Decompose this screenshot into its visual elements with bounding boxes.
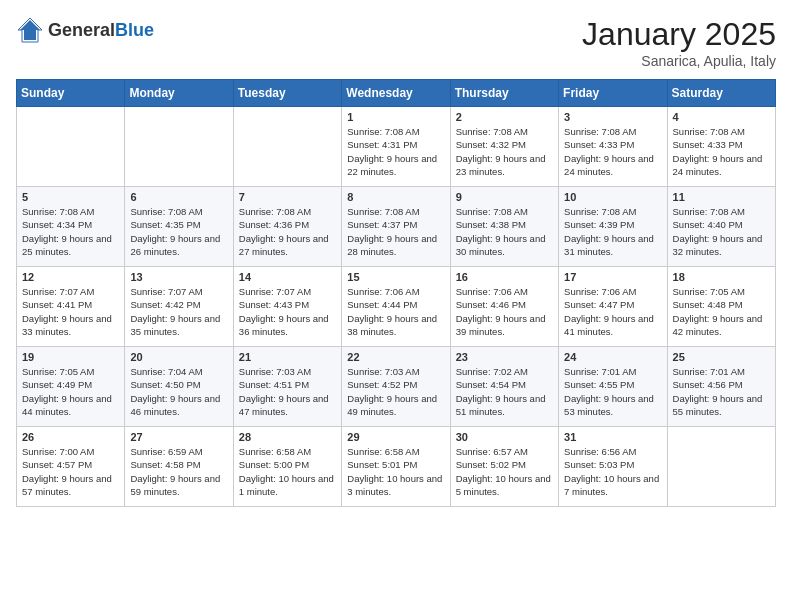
day-info: Sunrise: 7:00 AM Sunset: 4:57 PM Dayligh… bbox=[22, 445, 119, 498]
day-info: Sunrise: 7:08 AM Sunset: 4:40 PM Dayligh… bbox=[673, 205, 770, 258]
day-number: 24 bbox=[564, 351, 661, 363]
day-number: 23 bbox=[456, 351, 553, 363]
day-info: Sunrise: 7:03 AM Sunset: 4:51 PM Dayligh… bbox=[239, 365, 336, 418]
day-number: 3 bbox=[564, 111, 661, 123]
calendar-cell: 6Sunrise: 7:08 AM Sunset: 4:35 PM Daylig… bbox=[125, 187, 233, 267]
day-number: 6 bbox=[130, 191, 227, 203]
day-header-wednesday: Wednesday bbox=[342, 80, 450, 107]
day-info: Sunrise: 7:06 AM Sunset: 4:44 PM Dayligh… bbox=[347, 285, 444, 338]
calendar-cell: 24Sunrise: 7:01 AM Sunset: 4:55 PM Dayli… bbox=[559, 347, 667, 427]
calendar-cell: 27Sunrise: 6:59 AM Sunset: 4:58 PM Dayli… bbox=[125, 427, 233, 507]
logo: General Blue bbox=[16, 16, 154, 44]
calendar-cell: 11Sunrise: 7:08 AM Sunset: 4:40 PM Dayli… bbox=[667, 187, 775, 267]
day-number: 16 bbox=[456, 271, 553, 283]
title-block: January 2025 Sanarica, Apulia, Italy bbox=[582, 16, 776, 69]
calendar-cell: 1Sunrise: 7:08 AM Sunset: 4:31 PM Daylig… bbox=[342, 107, 450, 187]
day-number: 27 bbox=[130, 431, 227, 443]
calendar-cell: 8Sunrise: 7:08 AM Sunset: 4:37 PM Daylig… bbox=[342, 187, 450, 267]
day-number: 25 bbox=[673, 351, 770, 363]
day-number: 31 bbox=[564, 431, 661, 443]
day-info: Sunrise: 7:08 AM Sunset: 4:34 PM Dayligh… bbox=[22, 205, 119, 258]
day-info: Sunrise: 7:08 AM Sunset: 4:33 PM Dayligh… bbox=[564, 125, 661, 178]
calendar-cell: 21Sunrise: 7:03 AM Sunset: 4:51 PM Dayli… bbox=[233, 347, 341, 427]
week-row-3: 12Sunrise: 7:07 AM Sunset: 4:41 PM Dayli… bbox=[17, 267, 776, 347]
day-number: 15 bbox=[347, 271, 444, 283]
day-number: 12 bbox=[22, 271, 119, 283]
calendar-cell bbox=[125, 107, 233, 187]
day-number: 9 bbox=[456, 191, 553, 203]
day-number: 28 bbox=[239, 431, 336, 443]
calendar-cell: 23Sunrise: 7:02 AM Sunset: 4:54 PM Dayli… bbox=[450, 347, 558, 427]
page-header: General Blue January 2025 Sanarica, Apul… bbox=[16, 16, 776, 69]
day-number: 20 bbox=[130, 351, 227, 363]
week-row-2: 5Sunrise: 7:08 AM Sunset: 4:34 PM Daylig… bbox=[17, 187, 776, 267]
day-info: Sunrise: 7:01 AM Sunset: 4:56 PM Dayligh… bbox=[673, 365, 770, 418]
day-info: Sunrise: 7:08 AM Sunset: 4:37 PM Dayligh… bbox=[347, 205, 444, 258]
calendar-cell: 13Sunrise: 7:07 AM Sunset: 4:42 PM Dayli… bbox=[125, 267, 233, 347]
svg-marker-0 bbox=[20, 20, 40, 40]
day-number: 22 bbox=[347, 351, 444, 363]
calendar-cell: 10Sunrise: 7:08 AM Sunset: 4:39 PM Dayli… bbox=[559, 187, 667, 267]
week-row-4: 19Sunrise: 7:05 AM Sunset: 4:49 PM Dayli… bbox=[17, 347, 776, 427]
calendar-cell bbox=[17, 107, 125, 187]
calendar-cell bbox=[667, 427, 775, 507]
week-row-1: 1Sunrise: 7:08 AM Sunset: 4:31 PM Daylig… bbox=[17, 107, 776, 187]
day-info: Sunrise: 7:04 AM Sunset: 4:50 PM Dayligh… bbox=[130, 365, 227, 418]
calendar-cell: 15Sunrise: 7:06 AM Sunset: 4:44 PM Dayli… bbox=[342, 267, 450, 347]
day-number: 26 bbox=[22, 431, 119, 443]
calendar-cell: 28Sunrise: 6:58 AM Sunset: 5:00 PM Dayli… bbox=[233, 427, 341, 507]
day-info: Sunrise: 7:05 AM Sunset: 4:49 PM Dayligh… bbox=[22, 365, 119, 418]
day-header-tuesday: Tuesday bbox=[233, 80, 341, 107]
calendar-cell: 2Sunrise: 7:08 AM Sunset: 4:32 PM Daylig… bbox=[450, 107, 558, 187]
day-header-thursday: Thursday bbox=[450, 80, 558, 107]
calendar-cell: 16Sunrise: 7:06 AM Sunset: 4:46 PM Dayli… bbox=[450, 267, 558, 347]
calendar-cell: 31Sunrise: 6:56 AM Sunset: 5:03 PM Dayli… bbox=[559, 427, 667, 507]
day-number: 11 bbox=[673, 191, 770, 203]
logo-blue-text: Blue bbox=[115, 20, 154, 41]
day-info: Sunrise: 7:07 AM Sunset: 4:41 PM Dayligh… bbox=[22, 285, 119, 338]
month-title: January 2025 bbox=[582, 16, 776, 53]
calendar-cell: 22Sunrise: 7:03 AM Sunset: 4:52 PM Dayli… bbox=[342, 347, 450, 427]
day-number: 19 bbox=[22, 351, 119, 363]
day-info: Sunrise: 7:07 AM Sunset: 4:43 PM Dayligh… bbox=[239, 285, 336, 338]
calendar-cell: 5Sunrise: 7:08 AM Sunset: 4:34 PM Daylig… bbox=[17, 187, 125, 267]
day-header-friday: Friday bbox=[559, 80, 667, 107]
day-number: 10 bbox=[564, 191, 661, 203]
day-info: Sunrise: 7:08 AM Sunset: 4:36 PM Dayligh… bbox=[239, 205, 336, 258]
calendar-cell: 25Sunrise: 7:01 AM Sunset: 4:56 PM Dayli… bbox=[667, 347, 775, 427]
day-info: Sunrise: 6:58 AM Sunset: 5:00 PM Dayligh… bbox=[239, 445, 336, 498]
day-info: Sunrise: 7:06 AM Sunset: 4:46 PM Dayligh… bbox=[456, 285, 553, 338]
day-info: Sunrise: 7:08 AM Sunset: 4:31 PM Dayligh… bbox=[347, 125, 444, 178]
calendar-header-row: SundayMondayTuesdayWednesdayThursdayFrid… bbox=[17, 80, 776, 107]
day-info: Sunrise: 7:02 AM Sunset: 4:54 PM Dayligh… bbox=[456, 365, 553, 418]
week-row-5: 26Sunrise: 7:00 AM Sunset: 4:57 PM Dayli… bbox=[17, 427, 776, 507]
day-number: 14 bbox=[239, 271, 336, 283]
day-info: Sunrise: 7:08 AM Sunset: 4:39 PM Dayligh… bbox=[564, 205, 661, 258]
day-number: 1 bbox=[347, 111, 444, 123]
day-info: Sunrise: 7:08 AM Sunset: 4:33 PM Dayligh… bbox=[673, 125, 770, 178]
day-number: 13 bbox=[130, 271, 227, 283]
calendar-cell: 3Sunrise: 7:08 AM Sunset: 4:33 PM Daylig… bbox=[559, 107, 667, 187]
day-info: Sunrise: 6:56 AM Sunset: 5:03 PM Dayligh… bbox=[564, 445, 661, 498]
day-number: 17 bbox=[564, 271, 661, 283]
day-info: Sunrise: 6:59 AM Sunset: 4:58 PM Dayligh… bbox=[130, 445, 227, 498]
day-number: 18 bbox=[673, 271, 770, 283]
day-info: Sunrise: 7:08 AM Sunset: 4:32 PM Dayligh… bbox=[456, 125, 553, 178]
day-info: Sunrise: 7:05 AM Sunset: 4:48 PM Dayligh… bbox=[673, 285, 770, 338]
day-info: Sunrise: 7:08 AM Sunset: 4:38 PM Dayligh… bbox=[456, 205, 553, 258]
day-number: 29 bbox=[347, 431, 444, 443]
calendar-cell: 4Sunrise: 7:08 AM Sunset: 4:33 PM Daylig… bbox=[667, 107, 775, 187]
calendar-cell: 17Sunrise: 7:06 AM Sunset: 4:47 PM Dayli… bbox=[559, 267, 667, 347]
day-number: 5 bbox=[22, 191, 119, 203]
day-info: Sunrise: 6:57 AM Sunset: 5:02 PM Dayligh… bbox=[456, 445, 553, 498]
calendar-cell: 29Sunrise: 6:58 AM Sunset: 5:01 PM Dayli… bbox=[342, 427, 450, 507]
calendar-cell: 7Sunrise: 7:08 AM Sunset: 4:36 PM Daylig… bbox=[233, 187, 341, 267]
calendar-cell: 30Sunrise: 6:57 AM Sunset: 5:02 PM Dayli… bbox=[450, 427, 558, 507]
day-info: Sunrise: 7:07 AM Sunset: 4:42 PM Dayligh… bbox=[130, 285, 227, 338]
calendar-cell: 12Sunrise: 7:07 AM Sunset: 4:41 PM Dayli… bbox=[17, 267, 125, 347]
day-number: 8 bbox=[347, 191, 444, 203]
calendar-cell: 19Sunrise: 7:05 AM Sunset: 4:49 PM Dayli… bbox=[17, 347, 125, 427]
calendar-cell: 14Sunrise: 7:07 AM Sunset: 4:43 PM Dayli… bbox=[233, 267, 341, 347]
day-number: 21 bbox=[239, 351, 336, 363]
calendar-cell: 9Sunrise: 7:08 AM Sunset: 4:38 PM Daylig… bbox=[450, 187, 558, 267]
